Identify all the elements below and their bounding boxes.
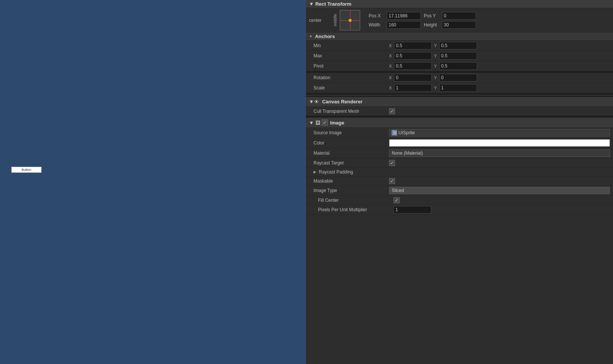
source-image-field[interactable]: 🖼 UISprite <box>389 129 610 137</box>
scale-row: Scale X Y <box>306 83 613 93</box>
pos-x-label: Pos X <box>369 13 384 18</box>
raycast-padding-label: Raycast Padding <box>319 169 353 175</box>
anchors-min-label: Min <box>313 43 389 48</box>
fill-center-row: Fill Center ✓ <box>306 196 613 205</box>
scale-y-label: Y <box>434 86 437 90</box>
raycast-target-row: Raycast Target ✓ <box>306 158 613 167</box>
maskable-checkbox[interactable]: ✓ <box>389 178 395 184</box>
scene-button-label: Button <box>22 168 31 172</box>
image-type-dropdown[interactable]: Sliced <box>389 187 610 194</box>
image-type-label: Image Type <box>313 188 389 193</box>
image-title: Image <box>330 120 344 126</box>
anchors-max-x-input[interactable] <box>394 52 432 60</box>
material-value: None (Material) <box>389 149 610 157</box>
rect-transform-anchor-area: center middle Pos X Pos Y <box>306 8 613 32</box>
material-label: Material <box>313 151 389 156</box>
pixels-per-unit-input[interactable] <box>394 206 431 213</box>
raycast-target-value: ✓ <box>389 160 610 166</box>
canvas-renderer-header: ▼ 👁 Canvas Renderer <box>306 96 613 107</box>
canvas-renderer-title: Canvas Renderer <box>322 99 363 104</box>
pos-x-input[interactable] <box>387 12 421 20</box>
anchor-center-dot <box>349 19 352 22</box>
pivot-x-label: X <box>389 64 392 68</box>
image-collapse-icon[interactable]: ▼ <box>309 120 314 126</box>
color-row: Color <box>306 138 613 148</box>
scene-button-widget: Button <box>11 167 42 173</box>
rect-transform-header: ▼ Rect Transform <box>306 0 613 8</box>
rotation-x-input[interactable] <box>394 74 432 81</box>
raycast-padding-collapse-icon[interactable]: ▶ <box>313 170 317 174</box>
maskable-row: Maskable ✓ <box>306 177 613 186</box>
color-field[interactable] <box>389 139 610 147</box>
pivot-y-label: Y <box>434 64 437 68</box>
raycast-target-label: Raycast Target <box>313 160 389 166</box>
pivot-y-input[interactable] <box>439 62 477 70</box>
scene-view: Button <box>0 0 306 364</box>
pivot-label: Pivot <box>313 63 389 69</box>
anchor-widget[interactable] <box>340 10 360 31</box>
rotation-x-label: X <box>389 75 392 80</box>
fill-center-label: Fill Center <box>318 198 394 203</box>
material-value-text: None (Material) <box>392 151 423 156</box>
material-field[interactable]: None (Material) <box>389 149 610 157</box>
anchors-min-value: X Y <box>389 42 610 49</box>
anchors-max-label: Max <box>313 53 389 58</box>
pivot-x-input[interactable] <box>394 62 432 70</box>
pixels-per-unit-value <box>394 206 610 213</box>
width-input[interactable] <box>387 21 421 29</box>
pos-y-label: Pos Y <box>424 13 439 18</box>
anchor-preset-label: center <box>309 18 330 23</box>
pivot-row: Pivot X Y <box>306 61 613 71</box>
pos-y-input[interactable] <box>442 12 476 20</box>
canvas-renderer-collapse-icon[interactable]: ▼ <box>309 99 314 104</box>
sprite-icon: 🖼 <box>392 130 397 135</box>
scale-y-input[interactable] <box>439 84 477 92</box>
rect-transform-collapse-icon[interactable]: ▼ <box>309 1 314 7</box>
raycast-target-checkbox[interactable]: ✓ <box>389 160 395 166</box>
image-section-header: ▼ 🖼 ✓ Image <box>306 117 613 128</box>
image-type-row: Image Type Sliced <box>306 186 613 196</box>
pixels-per-unit-label: Pixels Per Unit Multiplier <box>318 207 394 212</box>
height-label: Height <box>424 22 439 28</box>
anchors-min-row: Min X Y <box>306 41 613 51</box>
rotation-label: Rotation <box>313 75 389 80</box>
anchors-min-x-input[interactable] <box>394 42 432 49</box>
anchors-max-y-label: Y <box>434 54 437 58</box>
cull-transparent-mesh-value: ✓ <box>389 108 610 114</box>
maskable-value: ✓ <box>389 178 610 184</box>
cull-transparent-mesh-checkbox[interactable]: ✓ <box>389 108 395 114</box>
source-image-value-text: UISprite <box>398 130 415 135</box>
scale-x-input[interactable] <box>394 84 432 92</box>
rotation-row: Rotation X Y <box>306 73 613 83</box>
scale-label: Scale <box>313 85 389 91</box>
canvas-renderer-eye-icon: 👁 <box>314 99 319 105</box>
sprite-icon-symbol: 🖼 <box>393 131 396 135</box>
anchors-max-value: X Y <box>389 52 610 60</box>
fill-center-checkbox[interactable]: ✓ <box>394 197 400 203</box>
pixels-per-unit-row: Pixels Per Unit Multiplier <box>306 205 613 215</box>
anchors-section-label: Anchors <box>315 34 335 39</box>
anchors-max-row: Max X Y <box>306 51 613 61</box>
fill-center-value: ✓ <box>394 197 610 203</box>
middle-label: middle <box>333 14 337 26</box>
pos-fields: Pos X Pos Y Width Height <box>369 12 476 29</box>
image-enabled-checkbox[interactable]: ✓ <box>322 120 328 126</box>
cull-transparent-mesh-label: Cull Transparent Mesh <box>313 109 389 114</box>
width-height-row: Width Height <box>369 21 476 29</box>
color-value <box>389 139 610 147</box>
anchors-max-y-input[interactable] <box>439 52 477 60</box>
anchors-section-header: ▼ Anchors <box>306 32 613 41</box>
image-type-value: Sliced <box>389 187 610 194</box>
inspector-panel: ▼ Rect Transform center middle Pos X <box>306 0 613 364</box>
anchors-min-y-label: Y <box>434 43 437 48</box>
anchors-min-x-label: X <box>389 43 392 48</box>
height-input[interactable] <box>442 21 476 29</box>
color-label: Color <box>313 140 389 146</box>
source-image-value: 🖼 UISprite <box>389 129 610 137</box>
anchors-min-y-input[interactable] <box>439 42 477 49</box>
image-type-value-text: Sliced <box>392 188 404 193</box>
pos-x-row: Pos X Pos Y <box>369 12 476 20</box>
divider-2 <box>306 93 613 95</box>
anchors-collapse-icon[interactable]: ▼ <box>309 34 313 38</box>
rotation-y-input[interactable] <box>439 74 477 81</box>
